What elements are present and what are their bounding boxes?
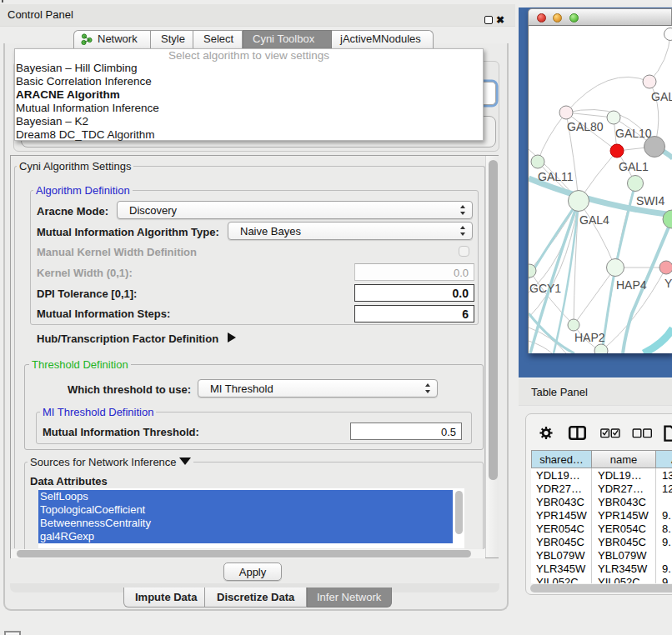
svg-text:GAL: GAL [651,90,672,103]
svg-text:HAP2: HAP2 [574,331,605,344]
svg-text:GAL1: GAL1 [619,160,649,173]
svg-text:GAL11: GAL11 [538,170,574,183]
svg-text:SWI4: SWI4 [636,194,664,208]
svg-text:GCY1: GCY1 [529,282,561,295]
svg-text:GAL4: GAL4 [579,213,609,227]
svg-text:GAL80: GAL80 [567,120,604,133]
svg-text:HAP4: HAP4 [616,278,647,292]
svg-text:GAL10: GAL10 [615,127,652,140]
svg-text:Y: Y [664,277,672,290]
